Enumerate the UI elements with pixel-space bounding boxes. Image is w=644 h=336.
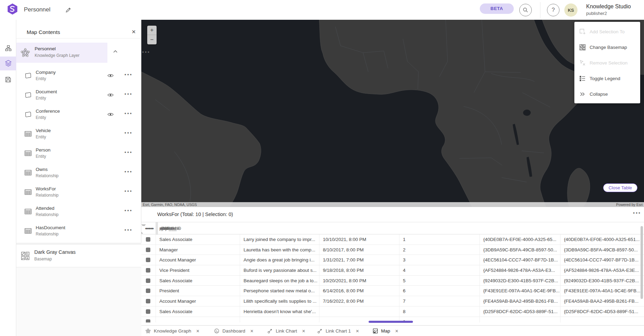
visibility-eye-icon[interactable] [107, 92, 114, 98]
row-checkbox[interactable] [146, 319, 150, 322]
sort-icon[interactable] [141, 226, 146, 232]
layer-name: HasDocument [36, 225, 65, 230]
zoom-out-button[interactable]: − [147, 35, 157, 44]
search-button[interactable] [519, 4, 532, 16]
zoom-in-button[interactable]: + [147, 26, 157, 35]
row-checkbox[interactable] [146, 299, 150, 303]
save-button[interactable] [0, 72, 16, 86]
menu-item[interactable]: Collapse [574, 86, 640, 102]
close-tab-icon[interactable]: ✕ [250, 329, 254, 334]
table-row[interactable]: Sales Associate Henrietta doesn't know w… [141, 307, 644, 317]
menu-item[interactable]: Remove Selection [574, 55, 640, 71]
row-checkbox[interactable] [146, 288, 150, 293]
app-header: Personnel BETA ? KS Knowledge Studio pub… [0, 0, 644, 20]
menu-item[interactable]: Add Selection To [574, 24, 640, 40]
layer-row[interactable]: Attended Relationship ●●● [16, 202, 141, 221]
close-table-button[interactable]: Close Table [603, 183, 637, 192]
row-checkbox[interactable] [146, 258, 150, 262]
column-options-icon[interactable]: ●●● [147, 227, 155, 230]
edit-title-icon[interactable] [65, 7, 71, 13]
cell-objectid: 8 [399, 307, 480, 317]
cell-position: President [156, 286, 240, 296]
row-checkbox[interactable] [146, 309, 150, 314]
row-checkbox[interactable] [146, 268, 150, 273]
view-tab[interactable]: Link Chart 1 ✕ [315, 326, 362, 336]
close-tab-icon[interactable]: ✕ [395, 329, 398, 334]
visibility-eye-icon[interactable] [107, 111, 114, 118]
close-tab-icon[interactable]: ✕ [196, 329, 200, 334]
panel-divider [16, 38, 141, 38]
column-label: ESRI__ID [161, 226, 181, 231]
table-icon [24, 227, 32, 235]
row-checkbox[interactable] [146, 237, 150, 242]
view-tab[interactable]: Link Chart ✕ [265, 326, 308, 336]
collapse-layer-chevron-icon[interactable] [113, 50, 118, 54]
layer-options-icon[interactable]: ●●● [124, 170, 133, 173]
layer-row[interactable]: Conference Entity ●●● [16, 105, 141, 124]
menu-item[interactable]: Toggle Legend [574, 71, 640, 86]
close-panel-icon[interactable]: ✕ [130, 28, 138, 36]
data-model-button[interactable] [0, 41, 16, 55]
row-checkbox[interactable] [146, 248, 150, 252]
layer-row[interactable]: Company Entity ●●● [16, 66, 141, 85]
view-tab[interactable]: Dashboard ✕ [211, 326, 256, 336]
table-row[interactable]: Manager Lauretta has been with the comp.… [141, 245, 644, 255]
app-logo-icon[interactable] [7, 3, 18, 15]
visibility-eye-icon[interactable] [107, 72, 114, 79]
table-horizontal-scrollbar[interactable] [369, 321, 413, 323]
knowledge-graph-icon [145, 328, 151, 334]
cell-position: Sales Associate [156, 234, 240, 244]
knowledge-graph-layer-row[interactable]: Personnel Knowledge Graph Layer [16, 43, 107, 63]
menu-item[interactable]: Change Basemap [574, 40, 640, 55]
layer-options-icon[interactable]: ●●● [124, 73, 133, 76]
layer-row[interactable]: WorksFor Relationship ●●● [16, 182, 141, 202]
row-select-cell [141, 296, 156, 306]
layer-options-icon[interactable]: ●●● [124, 112, 133, 115]
save-icon [5, 77, 11, 83]
layer-options-icon[interactable]: ●●● [124, 228, 133, 232]
table-row[interactable]: Account Manager Angie does a great job b… [141, 255, 644, 265]
layer-options-icon[interactable]: ●●● [124, 131, 133, 135]
powered-by-esri[interactable]: Powered by Esri [616, 202, 643, 207]
cell-notes: Persephone started new metal o... [240, 286, 319, 296]
help-button[interactable]: ? [547, 4, 559, 16]
layer-options-icon[interactable]: ●●● [142, 50, 150, 54]
entity-polygon-icon [24, 110, 32, 119]
view-tab[interactable]: Knowledge Graph ✕ [143, 326, 202, 336]
layer-options-icon[interactable]: ●●● [124, 209, 133, 212]
map-contents-button[interactable] [0, 57, 16, 70]
layer-options-icon[interactable]: ●●● [124, 189, 133, 193]
basemap-row[interactable]: Dark Gray Canvas Basemap [16, 245, 141, 267]
table-row[interactable]: Vice President Buford is very passionate… [141, 265, 644, 276]
attribution-sources: Esri, Garmin, FAO, NOAA, USGS [143, 202, 197, 207]
map-view[interactable]: + − Add Selection To [141, 20, 644, 207]
layer-row[interactable]: Vehicle Entity ●●● [16, 124, 141, 144]
row-checkbox[interactable] [146, 278, 150, 283]
layer-row[interactable]: HasDocument Relationship ●●● [16, 221, 141, 241]
layer-type: Entity [36, 115, 46, 120]
view-tab[interactable]: Map ✕ [370, 326, 401, 336]
layer-row[interactable]: Owns Relationship ●●● [16, 163, 141, 182]
layer-row[interactable]: Document Entity ●●● [16, 85, 141, 105]
row-select-cell [141, 286, 156, 296]
layer-options-icon[interactable]: ●●● [124, 150, 133, 154]
table-row[interactable]: Account Manager Lilith specifically sell… [141, 296, 644, 307]
close-tab-icon[interactable]: ✕ [302, 329, 306, 334]
layer-type: Relationship [36, 173, 59, 178]
avatar-initials: KS [568, 8, 574, 13]
table-icon [24, 169, 32, 177]
table-header-cell[interactable]: ESRI__ID ●●● [158, 222, 158, 235]
table-vertical-scrollbar[interactable] [641, 226, 643, 299]
table-row[interactable]: Sales Associate Beauregard sleeps on the… [141, 276, 644, 286]
layer-name: WorksFor [36, 186, 56, 191]
close-tab-icon[interactable]: ✕ [356, 329, 359, 334]
table-options-icon[interactable]: ●●● [633, 211, 641, 215]
layer-options-icon[interactable]: ●●● [124, 92, 133, 96]
table-icon [24, 207, 32, 216]
menu-item-label: Change Basemap [590, 45, 627, 50]
user-avatar[interactable]: KS [564, 3, 577, 17]
layer-row[interactable]: Person Entity ●●● [16, 144, 141, 163]
table-row[interactable]: Sales Associate Larry joined the company… [141, 234, 644, 245]
table-row[interactable]: President Persephone started new metal o… [141, 286, 644, 296]
cell-esri-id: {AF524884-9826-478A-A53A-E3E... [561, 265, 644, 275]
